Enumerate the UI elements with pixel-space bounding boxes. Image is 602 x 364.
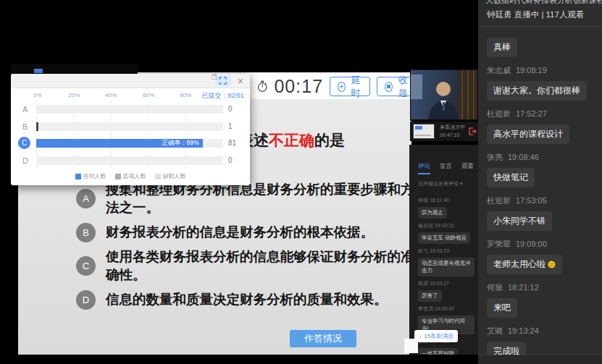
- row-c-correct-badge: C: [18, 137, 30, 149]
- row-d-label: D: [22, 156, 28, 165]
- question-text-post: 的是: [314, 132, 345, 148]
- timer-value: 00:17: [274, 76, 323, 97]
- chat-input-area-cropped[interactable]: [478, 355, 602, 364]
- question-timer-group: 00:17 + 延时 收题: [257, 76, 418, 97]
- chat-bubble: 谢谢大家。你们都很棒: [487, 81, 587, 101]
- close-icon[interactable]: ×: [235, 76, 246, 86]
- chat-meta: 张亮19:08:46: [487, 152, 593, 163]
- stopwatch-icon: [257, 79, 267, 94]
- submitted-count: 已提交：82/91: [201, 91, 244, 101]
- extend-time-button[interactable]: + 延时: [330, 77, 370, 96]
- tab-comments[interactable]: 评论: [418, 162, 430, 174]
- legend-swatch-light: [155, 174, 161, 179]
- row-a-count: 0: [228, 105, 247, 113]
- strip-msg-bubble: 叹为观止: [418, 207, 447, 219]
- option-d-text: 信息的数量和质量决定财务分析的质量和效果。: [106, 291, 388, 309]
- chat-bubble: 真棒: [487, 38, 517, 57]
- row-c-track: 正确率：89%: [36, 139, 223, 148]
- presenter-silhouette: [411, 70, 477, 119]
- option-a-badge: A: [76, 189, 96, 208]
- stream-title-cropped: 大数据时代财务报表分析创新课程直播: [478, 0, 602, 6]
- chart-row-c: C 正确率：89% 81: [11, 138, 250, 148]
- option-c: C 使用各类财务报表分析的信息能够保证财务分析的准确性。: [76, 248, 418, 284]
- chat-meta: 何燊18:21:12: [487, 282, 593, 293]
- strip-msg-bubble: 动态呈现更有视觉冲击力: [418, 258, 475, 276]
- x-tick-20: 20%: [68, 92, 80, 98]
- screen-share-duration: 00:47:10: [440, 132, 465, 140]
- chat-bubble: 快做笔记: [487, 168, 535, 187]
- strip-msg-meta: 陈飞 19:03:23: [418, 247, 478, 255]
- answer-status-button[interactable]: 作答情况: [290, 330, 356, 347]
- chat-bubble: 老师太用心啦: [487, 255, 562, 274]
- legend-option: 选项人数: [115, 172, 146, 180]
- presenter-video-frame: [411, 70, 477, 119]
- tab-viewers[interactable]: 观看: [461, 162, 474, 174]
- option-d: D 信息的数量和质量决定财务分析的质量和效果。: [76, 290, 418, 310]
- row-c-count: 81: [228, 139, 247, 147]
- correct-rate-label: 正确率：89%: [162, 139, 199, 148]
- live-status: 直播中 | 117人观看: [514, 10, 585, 19]
- live-class-window: 00:17 + 延时 收题 表述不正确的是 A 搜集和整理财务分析信息是财务分析…: [0, 0, 602, 364]
- new-messages-tooltip[interactable]: ↓ 15条新消息: [414, 330, 458, 342]
- stop-share-icon[interactable]: [469, 127, 477, 137]
- legend-swatch-blue: [75, 174, 81, 179]
- row-a-track: [36, 105, 223, 114]
- chart-row-a: A 0: [11, 104, 250, 114]
- row-b-track: [36, 122, 223, 131]
- comment-strip-panel[interactable]: 评论 发言 观看 允许观众发表评论 ▾ 何燊 18:11:40 叹为观止 杨云霞…: [409, 145, 478, 355]
- question-title: 表述不正确的是: [238, 130, 345, 151]
- screen-share-row: 屏幕演示中 00:47:10: [410, 122, 478, 141]
- chart-row-b: B 1: [11, 122, 250, 132]
- legend-swatch-gray: [115, 174, 121, 179]
- quiz-results-popup: × ☝ 0% 20% 40% 60% 80% 已提交：82/91 A 0 B 1: [11, 74, 250, 185]
- option-b: B 财务报表分析的信息是财务分析的根本依据。: [76, 223, 418, 242]
- row-d-count: 0: [228, 156, 247, 164]
- live-chat-panel: 大数据时代财务报表分析创新课程直播 钟廷勇 直播中 | 117人观看 真棒 朱志…: [478, 0, 602, 364]
- option-c-badge: C: [76, 256, 96, 276]
- strip-msg-bubble: 厉害了: [418, 290, 442, 302]
- accent-bar: [34, 69, 43, 73]
- row-b-bar: [36, 122, 38, 131]
- option-a-text: 搜集和整理财务分析信息是财务分析的重要步骤和方法之一。: [106, 181, 418, 217]
- strip-msg-bubble: 一丝不苟别致: [418, 348, 458, 355]
- top-black-bar: [11, 64, 138, 74]
- row-c-bar: 正确率：89%: [36, 139, 203, 148]
- chevron-down-icon: ▾: [460, 181, 463, 186]
- mouse-hand-cursor: ☝: [211, 69, 217, 82]
- screen-share-thumbnail[interactable]: [413, 124, 435, 139]
- chat-meta: 朱志威19:08:19: [487, 65, 593, 76]
- chat-message-list[interactable]: 真棒 朱志威19:08:19 谢谢大家。你们都很棒 杜迎新17:52:27 高水…: [478, 27, 602, 361]
- chat-meta: 罗荣翠19:09:00: [487, 239, 593, 250]
- legend-answered: 答对人数: [75, 172, 106, 180]
- streamer-name: 钟廷勇: [487, 10, 512, 19]
- stream-header: 钟廷勇 直播中 | 117人观看: [478, 6, 602, 20]
- row-d-track: [36, 156, 223, 165]
- row-b-count: 1: [228, 122, 247, 130]
- chat-bubble: 小朱同学不错: [487, 211, 552, 231]
- legend-absent: 缺勤人数: [155, 172, 186, 180]
- smiley-emoji-icon: [548, 261, 556, 268]
- tab-speak[interactable]: 发言: [440, 162, 452, 174]
- option-b-text: 财务报表分析的信息是财务分析的根本依据。: [106, 224, 374, 242]
- row-b-label: B: [22, 122, 28, 131]
- thumbnail-chart-fragment: [415, 126, 422, 130]
- option-a: A 搜集和整理财务分析信息是财务分析的重要步骤和方法之一。: [76, 181, 418, 217]
- strip-msg-meta: 李世清 19:03:47: [418, 305, 478, 313]
- chat-meta: 杜迎新17:52:27: [487, 109, 593, 119]
- strip-msg-meta: 杨云霞 19:03:21: [418, 222, 478, 229]
- allow-comments-dropdown[interactable]: 允许观众发表评论 ▾: [409, 174, 478, 187]
- x-tick-0: 0%: [33, 92, 42, 98]
- down-arrow-icon: ↓: [419, 333, 422, 339]
- white-thumbnail: [404, 339, 418, 353]
- chart-legend: 答对人数 选项人数 缺勤人数: [11, 172, 250, 180]
- strip-msg-meta: 何燊 18:11:40: [418, 197, 478, 204]
- option-d-badge: D: [76, 290, 96, 310]
- x-tick-40: 40%: [105, 92, 117, 98]
- x-tick-60: 60%: [143, 92, 154, 98]
- presenter-video[interactable]: [410, 69, 478, 121]
- option-c-text: 使用各类财务报表分析的信息能够保证财务分析的准确性。: [106, 248, 418, 284]
- stop-circle-icon: [385, 82, 393, 92]
- options-list: A 搜集和整理财务分析信息是财务分析的重要步骤和方法之一。 B 财务报表分析的信…: [76, 181, 418, 316]
- strip-msg-meta: 邹成 19:03:27: [418, 280, 478, 287]
- option-b-badge: B: [76, 223, 96, 242]
